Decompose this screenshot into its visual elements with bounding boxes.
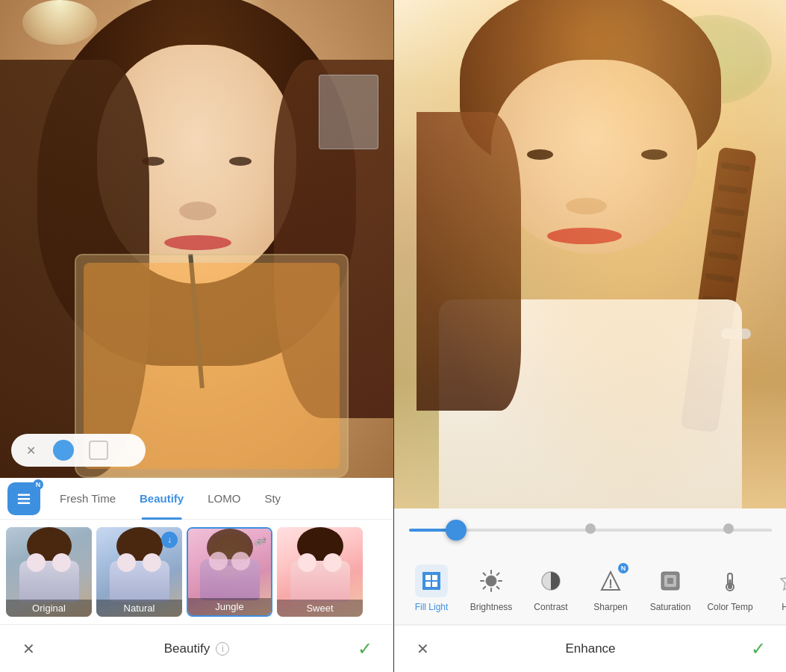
tool-sharpen[interactable]: N Sharpen xyxy=(581,564,640,612)
svg-point-10 xyxy=(486,576,496,586)
filter-exchange-icon-jungle[interactable]: ⇄ xyxy=(250,533,266,550)
enhance-slider-thumb-mid[interactable] xyxy=(585,523,596,534)
highlight-label: Hi... xyxy=(782,602,786,612)
photo-toolbar: ✕ xyxy=(11,434,146,467)
tool-fill-light[interactable]: Fill Light xyxy=(402,564,461,612)
tab-fresh-time[interactable]: Fresh Time xyxy=(48,486,128,511)
tab-sty[interactable]: Sty xyxy=(252,486,293,511)
confirm-button-right[interactable]: ✓ xyxy=(745,635,772,662)
menu-icon xyxy=(16,491,32,507)
left-panel: ✕ N Fresh Time Beautify LOMO Sty xyxy=(0,0,393,672)
action-title-right: Enhance xyxy=(565,641,615,656)
fill-light-label: Fill Light xyxy=(415,602,449,612)
tab-beautify[interactable]: Beautify xyxy=(128,486,196,511)
info-button[interactable]: i xyxy=(216,642,229,656)
filter-label-sweet: Sweet xyxy=(277,600,363,617)
svg-rect-1 xyxy=(18,498,31,500)
color-temp-label: Color Temp xyxy=(707,602,752,612)
tool-highlight[interactable]: Hi... xyxy=(760,564,786,612)
svg-line-16 xyxy=(497,587,499,589)
svg-line-17 xyxy=(484,587,486,589)
right-panel: Fill Light Brightness xyxy=(394,0,786,672)
tab-lomo[interactable]: LOMO xyxy=(196,486,252,511)
filter-label-natural: Natural xyxy=(96,600,182,617)
enhance-slider-track-container[interactable] xyxy=(409,529,772,532)
filter-thumbnails-row: Original ↓ Natural ⇄ xyxy=(0,520,393,624)
tool-saturation[interactable]: Saturation xyxy=(640,564,700,612)
action-title-left: Beautify i xyxy=(164,641,229,656)
toolbar-square-button[interactable] xyxy=(89,441,108,460)
svg-point-29 xyxy=(728,585,732,589)
tool-color-temp[interactable]: Color Temp xyxy=(700,564,760,612)
action-bar-right: ✕ Enhance ✓ xyxy=(394,625,786,672)
filter-label-original: Original xyxy=(6,600,92,617)
svg-line-15 xyxy=(484,573,486,575)
color-temp-icon xyxy=(714,564,746,597)
enhance-tools-row: Fill Light Brightness xyxy=(394,553,786,626)
filter-thumb-jungle[interactable]: ⇄ ⇄ Jungle xyxy=(187,527,272,617)
svg-rect-25 xyxy=(667,578,673,584)
enhance-slider-thumb-main[interactable] xyxy=(446,520,467,541)
sharpen-badge-n: N xyxy=(618,563,629,573)
filter-thumb-original[interactable]: Original xyxy=(6,527,92,617)
svg-rect-0 xyxy=(18,494,31,495)
right-photo-area xyxy=(394,0,786,508)
svg-line-18 xyxy=(497,573,499,575)
contrast-icon xyxy=(534,564,567,597)
tool-contrast[interactable]: Contrast xyxy=(521,564,581,612)
svg-marker-30 xyxy=(781,572,786,590)
confirm-button-left[interactable]: ✓ xyxy=(352,635,378,662)
saturation-icon xyxy=(654,564,687,597)
filter-thumb-natural[interactable]: ↓ Natural xyxy=(96,527,182,617)
action-bar-left: ✕ Beautify i ✓ xyxy=(0,624,393,672)
enhance-slider-thumb-right[interactable] xyxy=(723,523,734,534)
cancel-button-left[interactable]: ✕ xyxy=(15,635,42,662)
filter-tabs-bar: N Fresh Time Beautify LOMO Sty xyxy=(0,478,393,520)
svg-rect-2 xyxy=(18,502,31,503)
saturation-label: Saturation xyxy=(650,602,691,612)
brightness-label: Brightness xyxy=(470,602,513,612)
sharpen-icon: N xyxy=(594,564,627,597)
contrast-label: Contrast xyxy=(534,602,567,612)
toolbar-color-dot[interactable] xyxy=(53,440,74,461)
cancel-button-right[interactable]: ✕ xyxy=(409,635,436,662)
filter-thumb-sweet[interactable]: Sweet xyxy=(277,527,363,617)
highlight-icon xyxy=(773,564,786,597)
filter-download-icon-natural[interactable]: ↓ xyxy=(161,532,178,548)
enhance-slider-area xyxy=(394,508,786,553)
svg-point-22 xyxy=(610,585,612,588)
badge-n: N xyxy=(33,479,43,490)
filter-label-jungle: Jungle xyxy=(188,598,271,615)
sharpen-label: Sharpen xyxy=(593,602,627,612)
tool-brightness[interactable]: Brightness xyxy=(461,564,521,612)
left-photo-background xyxy=(0,0,393,478)
tab-menu-button[interactable]: N xyxy=(7,482,40,515)
toolbar-close-button[interactable]: ✕ xyxy=(23,443,38,458)
left-photo-area: ✕ xyxy=(0,0,393,478)
fill-light-icon xyxy=(415,564,448,597)
brightness-icon xyxy=(475,564,508,597)
